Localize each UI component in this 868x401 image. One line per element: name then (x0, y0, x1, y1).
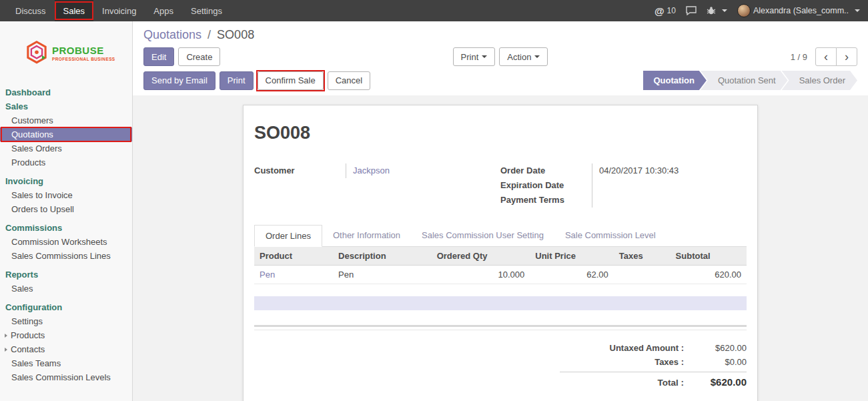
control-panel-row-1: Edit Create Print Action 1 / 9 ‹ › (143, 47, 857, 66)
edit-button[interactable]: Edit (143, 47, 174, 66)
control-panel-row-2: Send by Email Print Confirm Sale Cancel … (143, 71, 857, 90)
payment-terms-value (592, 193, 737, 208)
tab-sale-commission-level[interactable]: Sale Commission Level (554, 225, 667, 247)
pager-previous-button[interactable]: ‹ (815, 47, 837, 66)
sidebar-item-quotations[interactable]: Quotations (0, 127, 132, 141)
user-name: Alexandra (Sales_comm.. (753, 6, 849, 15)
empty-line-band (254, 296, 747, 310)
sidebar-item-sales-teams[interactable]: Sales Teams (0, 356, 132, 370)
chevron-right-icon: › (845, 51, 849, 63)
sidebar-item-sales-orders[interactable]: Sales Orders (0, 141, 132, 155)
breadcrumb-parent[interactable]: Quotations (143, 28, 201, 41)
menu-invoicing[interactable]: Invoicing (93, 0, 145, 21)
logo-subtitle: PROFESSIONAL BUSINESS (52, 57, 115, 61)
sidebar-item-sales-commissions-lines[interactable]: Sales Commissions Lines (0, 249, 132, 263)
sidebar-heading-commissions[interactable]: Commissions (0, 221, 132, 235)
sidebar-item-contacts[interactable]: Contacts (0, 342, 132, 356)
sidebar-item-reports-sales[interactable]: Sales (0, 282, 132, 296)
expiration-date-label: Expiration Date (500, 178, 592, 193)
company-logo[interactable]: PROBUSE PROFESSIONAL BUSINESS (0, 21, 132, 85)
expand-arrow-icon (5, 334, 7, 338)
menu-apps[interactable]: Apps (145, 0, 182, 21)
pager-counter: 1 / 9 (791, 52, 807, 62)
menu-sales[interactable]: Sales (55, 0, 94, 21)
send-by-email-button[interactable]: Send by Email (143, 71, 215, 90)
sidebar-item-dashboard[interactable]: Dashboard (0, 85, 132, 99)
cell-product: Pen (254, 266, 333, 284)
pager-next-button[interactable]: › (836, 47, 857, 66)
sidebar-item-commission-worksheets[interactable]: Commission Worksheets (0, 235, 132, 249)
tab-order-lines[interactable]: Order Lines (254, 225, 322, 247)
statusbar-step-sales-order[interactable]: Sales Order (782, 71, 857, 90)
cell-subtotal: 620.00 (671, 266, 747, 284)
sidebar-item-orders-to-upsell[interactable]: Orders to Upsell (0, 202, 132, 216)
messages-menu[interactable] (686, 6, 697, 15)
confirm-sale-button[interactable]: Confirm Sale (258, 71, 324, 90)
probuse-logo-icon (25, 40, 48, 65)
breadcrumb-current: SO008 (217, 28, 254, 41)
untaxed-amount-label: Untaxed Amount : (560, 343, 693, 353)
column-header-subtotal[interactable]: Subtotal (671, 247, 747, 266)
notebook-tabs: Order Lines Other Information Sales Comm… (254, 225, 747, 247)
cell-ordered-qty: 10.000 (432, 266, 530, 284)
user-menu[interactable]: Alexandra (Sales_comm.. (737, 4, 860, 17)
sidebar-item-products[interactable]: Products (0, 155, 132, 169)
sidebar-item-config-products[interactable]: Products (0, 328, 132, 342)
debug-menu[interactable] (707, 6, 727, 15)
order-lines-table: Product Description Ordered Qty Unit Pri… (254, 247, 747, 284)
sidebar: PROBUSE PROFESSIONAL BUSINESS Dashboard … (0, 21, 133, 401)
document-title: SO008 (254, 123, 747, 143)
activity-icon: @ (655, 5, 665, 17)
menu-settings[interactable]: Settings (182, 0, 231, 21)
chevron-down-icon (482, 55, 487, 58)
sidebar-item-settings[interactable]: Settings (0, 314, 132, 328)
table-row[interactable]: Pen Pen 10.000 62.00 620.00 (254, 266, 747, 284)
statusbar-step-quotation-sent[interactable]: Quotation Sent (701, 71, 788, 90)
customer-value-link[interactable]: Jackpson (353, 165, 390, 175)
cell-description: Pen (333, 266, 432, 284)
main-layout: PROBUSE PROFESSIONAL BUSINESS Dashboard … (0, 21, 868, 401)
bug-icon (707, 6, 716, 15)
sidebar-item-customers[interactable]: Customers (0, 113, 132, 127)
action-dropdown[interactable]: Action (499, 47, 548, 66)
column-header-product[interactable]: Product (254, 247, 333, 266)
chevron-down-icon (722, 9, 727, 12)
print-dropdown[interactable]: Print (453, 47, 496, 66)
column-header-taxes[interactable]: Taxes (614, 247, 671, 266)
product-link[interactable]: Pen (260, 270, 275, 280)
expiration-date-value (592, 178, 737, 193)
column-header-description[interactable]: Description (333, 247, 432, 266)
statusbar: Quotation Quotation Sent Sales Order (643, 71, 858, 90)
sidebar-heading-reports[interactable]: Reports (0, 268, 132, 282)
sidebar-item-sales-commission-levels[interactable]: Sales Commission Levels (0, 370, 132, 384)
tab-other-information[interactable]: Other Information (322, 225, 411, 247)
create-button[interactable]: Create (178, 47, 220, 66)
sidebar-heading-configuration[interactable]: Configuration (0, 300, 132, 314)
table-header-row: Product Description Ordered Qty Unit Pri… (254, 247, 747, 266)
cell-taxes (614, 266, 671, 284)
separator-thin (254, 330, 747, 330)
breadcrumb: Quotations / SO008 (143, 27, 857, 43)
customer-label: Customer (254, 163, 346, 178)
chat-bubble-icon (686, 6, 697, 15)
print-button[interactable]: Print (220, 71, 254, 90)
statusbar-step-quotation[interactable]: Quotation (643, 71, 707, 90)
column-header-unit-price[interactable]: Unit Price (530, 247, 613, 266)
totals-block: Untaxed Amount : $620.00 Taxes : $0.00 T… (560, 341, 747, 390)
expand-arrow-icon (5, 348, 7, 352)
cancel-button[interactable]: Cancel (328, 71, 370, 90)
content: Quotations / SO008 Edit Create Print Act… (133, 21, 868, 401)
breadcrumb-separator: / (207, 28, 211, 41)
cell-unit-price: 62.00 (530, 266, 613, 284)
sidebar-item-sales-to-invoice[interactable]: Sales to Invoice (0, 188, 132, 202)
menu-discuss[interactable]: Discuss (7, 0, 55, 21)
taxes-label: Taxes : (560, 357, 693, 367)
tab-sales-commission-user-setting[interactable]: Sales Commission User Setting (411, 225, 554, 247)
activity-menu[interactable]: @ 10 (655, 5, 676, 17)
sidebar-heading-invoicing[interactable]: Invoicing (0, 174, 132, 188)
column-header-ordered-qty[interactable]: Ordered Qty (432, 247, 530, 266)
chevron-left-icon: ‹ (824, 51, 828, 63)
form-view-area: SO008 Customer Jackpson Order Date 04/20… (133, 95, 868, 401)
topbar-menus: Discuss Sales Invoicing Apps Settings (0, 0, 231, 21)
sidebar-heading-sales[interactable]: Sales (0, 99, 132, 113)
